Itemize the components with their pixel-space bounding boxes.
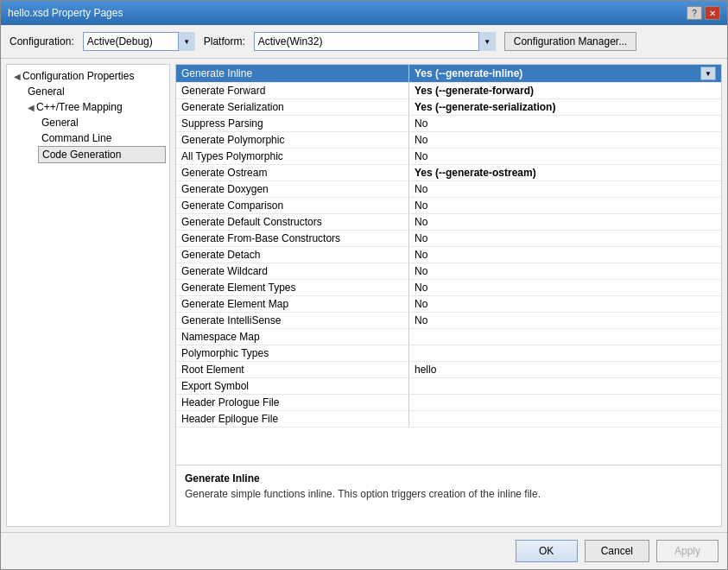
title-bar: hello.xsd Property Pages ? ✕ — [1, 1, 727, 25]
prop-name-cell: Generate Detach — [176, 247, 409, 263]
apply-button[interactable]: Apply — [656, 540, 719, 562]
table-row[interactable]: Root Elementhello — [176, 362, 721, 378]
prop-name-cell: Generate Forward — [176, 83, 409, 98]
tree-item-cpp-tree[interactable]: ◀ C++/Tree Mapping — [24, 99, 166, 115]
table-row[interactable]: Generate Element MapNo — [176, 296, 721, 313]
close-button[interactable]: ✕ — [705, 6, 720, 20]
prop-name-cell: Generate Element Types — [176, 280, 409, 295]
prop-name-cell: Generate Comparison — [176, 198, 409, 213]
table-row[interactable]: Generate ComparisonNo — [176, 198, 721, 214]
config-bar: Configuration: Active(Debug) ▼ Platform:… — [1, 25, 727, 59]
prop-name-cell: Generate Element Map — [176, 296, 409, 312]
prop-value-cell: No — [409, 231, 721, 246]
table-row[interactable]: Header Epilogue File — [176, 411, 721, 428]
prop-name-cell: All Types Polymorphic — [176, 149, 409, 164]
tree-item-label: Command Line — [41, 132, 111, 144]
table-row[interactable]: Generate InlineYes (--generate-inline)▼ — [176, 65, 721, 83]
configuration-manager-button[interactable]: Configuration Manager... — [504, 32, 636, 51]
tree-root-item[interactable]: ◀ Configuration Properties — [10, 68, 166, 84]
table-row[interactable]: Generate WildcardNo — [176, 263, 721, 280]
prop-value-cell: No — [409, 296, 721, 312]
table-row[interactable]: Header Prologue File — [176, 395, 721, 411]
prop-name-cell: Namespace Map — [176, 329, 409, 345]
prop-name-cell: Generate Serialization — [176, 99, 409, 115]
prop-value-cell — [409, 378, 721, 394]
table-row[interactable]: Suppress ParsingNo — [176, 116, 721, 132]
main-content: ◀ Configuration Properties General ◀ C++… — [1, 59, 727, 532]
tree-item-general2[interactable]: General — [38, 115, 166, 130]
prop-value-cell: Yes (--generate-forward) — [409, 83, 721, 98]
prop-name-cell: Generate Inline — [176, 65, 409, 82]
table-row[interactable]: Generate Element TypesNo — [176, 280, 721, 296]
configuration-label: Configuration: — [9, 35, 74, 48]
help-button[interactable]: ? — [687, 6, 702, 20]
prop-name-cell: Polymorphic Types — [176, 345, 409, 361]
tree-item-code-generation[interactable]: Code Generation — [38, 146, 166, 163]
prop-value-cell: No — [409, 132, 721, 148]
tree-item-label: General — [41, 117, 79, 129]
table-row[interactable]: Export Symbol — [176, 378, 721, 395]
description-text: Generate simple functions inline. This o… — [185, 488, 712, 500]
prop-name-cell: Generate Ostream — [176, 165, 409, 180]
table-row[interactable]: Generate SerializationYes (--generate-se… — [176, 99, 721, 116]
prop-value-cell: No — [409, 280, 721, 295]
description-title: Generate Inline — [185, 472, 712, 484]
button-bar: OK Cancel Apply — [1, 532, 727, 569]
prop-value-cell: Yes (--generate-inline)▼ — [409, 65, 721, 82]
value-with-dropdown: Yes (--generate-inline)▼ — [415, 66, 716, 80]
prop-value-cell — [409, 345, 721, 361]
table-row[interactable]: Generate DoxygenNo — [176, 181, 721, 198]
tree-item-label: Code Generation — [42, 149, 121, 161]
table-row[interactable]: Polymorphic Types — [176, 345, 721, 362]
ok-button[interactable]: OK — [516, 540, 578, 562]
configuration-select-wrapper: Active(Debug) ▼ — [83, 32, 195, 51]
table-row[interactable]: Generate ForwardYes (--generate-forward) — [176, 83, 721, 99]
prop-value-cell: No — [409, 263, 721, 279]
tree-expand-icon: ◀ — [28, 103, 35, 112]
prop-value-cell: No — [409, 247, 721, 263]
prop-value-cell — [409, 411, 721, 427]
prop-name-cell: Header Epilogue File — [176, 411, 409, 427]
prop-value-cell: No — [409, 149, 721, 164]
title-bar-buttons: ? ✕ — [687, 6, 720, 20]
tree-subchildren: General Command Line Code Generation — [24, 115, 166, 163]
platform-label: Platform: — [204, 35, 245, 48]
prop-value-cell: No — [409, 181, 721, 197]
tree-root-label: Configuration Properties — [22, 70, 134, 82]
prop-name-cell: Generate Polymorphic — [176, 132, 409, 148]
tree-item-command-line[interactable]: Command Line — [38, 130, 166, 146]
table-row[interactable]: Generate OstreamYes (--generate-ostream) — [176, 165, 721, 181]
configuration-select[interactable]: Active(Debug) — [83, 32, 195, 51]
cancel-button[interactable]: Cancel — [585, 540, 649, 562]
tree-item-general1[interactable]: General — [24, 84, 166, 99]
tree-item-label: General — [28, 86, 65, 98]
value-dropdown-button[interactable]: ▼ — [700, 66, 716, 80]
prop-value-cell: No — [409, 116, 721, 131]
table-row[interactable]: All Types PolymorphicNo — [176, 149, 721, 165]
prop-name-cell: Suppress Parsing — [176, 116, 409, 131]
prop-name-cell: Generate IntelliSense — [176, 313, 409, 328]
prop-name-cell: Generate Default Constructors — [176, 214, 409, 230]
tree-panel: ◀ Configuration Properties General ◀ C++… — [6, 64, 170, 527]
right-panel: Generate InlineYes (--generate-inline)▼G… — [175, 64, 722, 527]
prop-name-cell: Export Symbol — [176, 378, 409, 394]
description-panel: Generate Inline Generate simple function… — [176, 466, 721, 526]
tree-children: General ◀ C++/Tree Mapping General Comma… — [10, 84, 166, 163]
tree-collapse-icon: ◀ — [14, 72, 21, 81]
table-row[interactable]: Generate From-Base ConstructorsNo — [176, 231, 721, 247]
table-row[interactable]: Generate PolymorphicNo — [176, 132, 721, 149]
prop-value-cell: Yes (--generate-ostream) — [409, 165, 721, 180]
prop-value-cell: No — [409, 313, 721, 328]
table-row[interactable]: Generate Default ConstructorsNo — [176, 214, 721, 231]
prop-value-cell — [409, 329, 721, 345]
tree-item-label: C++/Tree Mapping — [36, 101, 123, 113]
selected-value-text: Yes (--generate-inline) — [415, 67, 522, 79]
platform-select[interactable]: Active(Win32) — [254, 32, 496, 51]
prop-value-cell: No — [409, 214, 721, 230]
prop-value-cell: No — [409, 198, 721, 213]
table-row[interactable]: Namespace Map — [176, 329, 721, 345]
table-row[interactable]: Generate IntelliSenseNo — [176, 313, 721, 329]
table-row[interactable]: Generate DetachNo — [176, 247, 721, 263]
prop-name-cell: Generate From-Base Constructors — [176, 231, 409, 246]
prop-name-cell: Header Prologue File — [176, 395, 409, 410]
